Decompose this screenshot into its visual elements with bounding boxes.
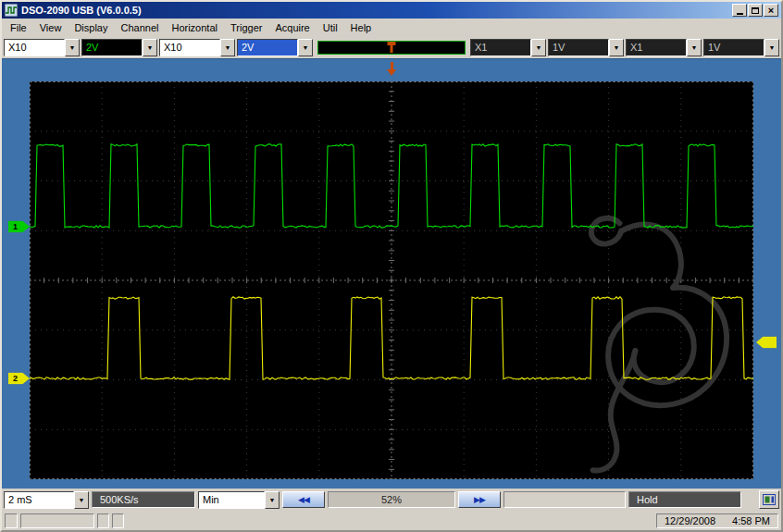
sample-rate-display: 500KS/s: [92, 491, 195, 508]
panel-toggle-button[interactable]: [759, 490, 779, 509]
chevron-down-icon[interactable]: ▼: [531, 39, 546, 56]
timebase-select[interactable]: 2 mS ▼: [4, 491, 89, 509]
status-panel-4: [112, 513, 124, 528]
chevron-down-icon[interactable]: ▼: [74, 491, 89, 509]
ch4-voltsdiv-value[interactable]: 1V: [703, 39, 764, 56]
chevron-down-icon[interactable]: ▼: [687, 39, 702, 56]
trigger-handle-stem: [391, 45, 393, 53]
status-time: 4:58 PM: [732, 515, 770, 526]
scope-frame: 1 2: [2, 58, 781, 489]
trigger-level-marker[interactable]: [756, 337, 777, 349]
close-icon: ×: [768, 6, 774, 16]
menu-util[interactable]: Util: [317, 20, 344, 35]
ch2-attenuation-select[interactable]: X10 ▼: [159, 39, 235, 56]
status-date: 12/29/2008: [665, 515, 715, 526]
buffer-position-display: 52%: [328, 491, 455, 508]
scroll-left-button[interactable]: ◀◀: [282, 491, 325, 508]
status-panel-2: [20, 513, 94, 528]
ch3-voltsdiv-value[interactable]: 1V: [548, 39, 609, 56]
scroll-right-button[interactable]: ▶▶: [458, 491, 501, 508]
ch4-attenuation-value[interactable]: X1: [626, 39, 687, 56]
maximize-icon: [752, 7, 759, 14]
menu-view[interactable]: View: [33, 20, 68, 35]
datetime-panel: 12/29/2008 4:58 PM: [656, 513, 778, 528]
hold-indicator: Hold: [628, 491, 741, 508]
ch1-attenuation-value[interactable]: X10: [4, 39, 65, 56]
ch1-voltsdiv-value[interactable]: 2V: [81, 39, 143, 56]
trigger-position-slider[interactable]: [317, 41, 466, 55]
ch3-attenuation-select[interactable]: X1 ▼: [470, 39, 546, 56]
close-button[interactable]: ×: [764, 4, 778, 17]
window-controls: ×: [732, 4, 778, 17]
timebase-value[interactable]: 2 mS: [4, 491, 74, 509]
ch3-attenuation-value[interactable]: X1: [470, 39, 531, 56]
scope-display: [30, 81, 753, 479]
maximize-button[interactable]: [748, 4, 763, 17]
acquire-mode-value[interactable]: Min: [198, 491, 265, 509]
trigger-marker-stem: [391, 62, 393, 69]
trigger-position-marker[interactable]: [387, 62, 396, 76]
menu-acquire[interactable]: Acquire: [268, 20, 316, 35]
chevron-down-icon[interactable]: ▼: [265, 491, 280, 509]
ch2-voltsdiv-select[interactable]: 2V ▼: [237, 39, 313, 56]
menu-horizontal[interactable]: Horizontal: [165, 20, 224, 35]
ch2-ground-marker[interactable]: 2: [8, 373, 30, 385]
status-panel-1: [5, 513, 18, 528]
menu-file[interactable]: File: [4, 20, 33, 35]
menubar: File View Display Channel Horizontal Tri…: [2, 19, 781, 36]
statusbar: 12/29/2008 4:58 PM: [2, 511, 781, 530]
acquire-mode-select[interactable]: Min ▼: [198, 491, 280, 509]
ch3-voltsdiv-select[interactable]: 1V ▼: [548, 39, 624, 56]
menu-trigger[interactable]: Trigger: [224, 20, 268, 35]
bottom-toolbar: 2 mS ▼ 500KS/s Min ▼ ◀◀ 52% ▶▶ Hold: [2, 489, 781, 511]
menu-channel[interactable]: Channel: [114, 20, 165, 35]
menu-help[interactable]: Help: [344, 20, 379, 35]
ch4-voltsdiv-select[interactable]: 1V ▼: [703, 39, 779, 56]
chevron-down-icon[interactable]: ▼: [220, 39, 235, 56]
panel-toggle-icon: [763, 494, 776, 505]
waveform-canvas: [30, 81, 753, 479]
trigger-slider-handle[interactable]: [388, 42, 396, 53]
ch1-ground-marker[interactable]: 1: [8, 221, 30, 233]
app-icon: [5, 4, 18, 17]
chevron-down-icon[interactable]: ▼: [298, 39, 313, 56]
ch4-attenuation-select[interactable]: X1 ▼: [626, 39, 702, 56]
menu-display[interactable]: Display: [68, 20, 114, 35]
window-title: DSO-2090 USB (V6.0.0.5): [21, 5, 728, 16]
ch1-voltsdiv-select[interactable]: 2V ▼: [81, 39, 157, 56]
chevron-down-icon[interactable]: ▼: [143, 39, 157, 56]
minimize-button[interactable]: [732, 4, 747, 17]
chevron-down-icon[interactable]: ▼: [65, 39, 80, 56]
ch1-attenuation-select[interactable]: X10 ▼: [4, 39, 80, 56]
titlebar[interactable]: DSO-2090 USB (V6.0.0.5) ×: [2, 2, 781, 19]
status-panel-3: [97, 513, 109, 528]
trigger-marker-arrow-icon: [387, 69, 396, 76]
chevron-down-icon[interactable]: ▼: [609, 39, 624, 56]
app-window: DSO-2090 USB (V6.0.0.5) × File View Disp…: [0, 0, 783, 532]
ch2-voltsdiv-value[interactable]: 2V: [237, 39, 298, 56]
channel-toolbar: X10 ▼ 2V ▼ X10 ▼ 2V ▼ X1 ▼ 1V ▼: [2, 36, 781, 58]
minimize-icon: [737, 13, 743, 15]
ch2-attenuation-value[interactable]: X10: [159, 39, 220, 56]
chevron-down-icon[interactable]: ▼: [764, 39, 779, 56]
message-panel: [503, 491, 626, 508]
